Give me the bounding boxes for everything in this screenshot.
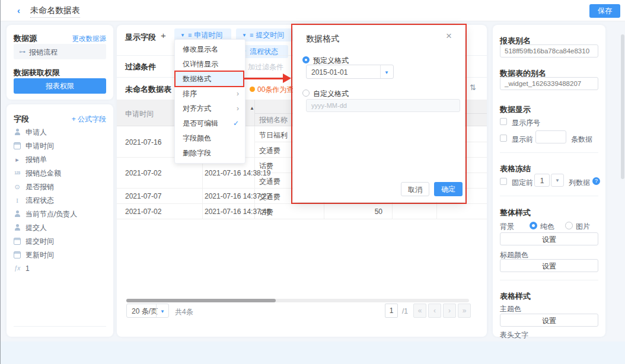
cell-expense-name[interactable]: 交通费: [259, 192, 280, 202]
datasource-item[interactable]: ⊶ 报销流程: [14, 44, 106, 59]
save-button[interactable]: 保存: [589, 4, 620, 18]
field-item[interactable]: ƒx 1: [7, 262, 113, 276]
caret-right-icon[interactable]: ▸: [14, 156, 21, 163]
cell-expense-name[interactable]: 话费: [259, 207, 273, 218]
field-item[interactable]: 123 报销总金额: [7, 167, 113, 180]
top-bar: ‹ 未命名数据表 保存: [1, 0, 625, 21]
field-label: 报销单: [25, 153, 47, 167]
add-formula-field-link[interactable]: + 公式字段: [72, 114, 106, 124]
custom-format-radio[interactable]: [302, 90, 310, 97]
cell-apply-date[interactable]: 2021-07-16: [125, 138, 161, 146]
field-label: 更新时间: [25, 248, 54, 262]
fields-panel: 字段 + 公式字段 申请人 申请时间 ▸ 报销单 123 报销总金额 ⊙ 是否报…: [7, 104, 113, 337]
datasource-name: 报销流程: [29, 48, 58, 56]
page-size-select[interactable]: 20 条/页 ▼: [126, 304, 169, 318]
row-limit-input[interactable]: [535, 130, 566, 143]
confirm-button[interactable]: 确定: [434, 182, 463, 196]
chevron-down-icon[interactable]: ▼: [242, 33, 247, 38]
change-datasource-link[interactable]: 更改数据源: [72, 34, 107, 43]
bg-color-set-button[interactable]: 设置: [500, 232, 598, 245]
menu-item-align[interactable]: 对齐方式›: [175, 101, 245, 116]
field-item[interactable]: 更新时间: [7, 248, 113, 262]
chevron-down-icon[interactable]: ▼: [160, 309, 165, 314]
menu-item-delete-field[interactable]: 删除字段: [175, 146, 245, 161]
display-fields-label: 显示字段: [125, 32, 156, 43]
format-select[interactable]: 2015-01-01 ▼: [306, 65, 394, 79]
menu-item-editable[interactable]: 是否可编辑✓: [175, 116, 245, 131]
field-item[interactable]: 当前节点/负责人: [7, 207, 113, 221]
predefined-format-radio[interactable]: [302, 56, 310, 63]
horizontal-scrollbar-thumb[interactable]: [126, 299, 276, 302]
field-item[interactable]: 提交时间: [7, 235, 113, 248]
field-item[interactable]: 申请时间: [7, 139, 113, 153]
menu-item-label: 排序: [183, 90, 197, 98]
tag-label: 提交时间: [256, 31, 284, 39]
title-color-set-button[interactable]: 设置: [500, 259, 598, 272]
report-alias-input[interactable]: 518ff59fb16ba78ca84e8310: [500, 44, 598, 58]
field-label: 申请时间: [25, 139, 54, 153]
chevron-down-icon[interactable]: ▼: [384, 70, 389, 75]
close-icon[interactable]: ×: [446, 30, 452, 42]
freeze-checkbox[interactable]: [500, 178, 507, 185]
field-item[interactable]: ▸ 报销单: [7, 153, 113, 167]
add-filter-hint[interactable]: 加过滤条件: [248, 62, 283, 72]
chevron-down-icon[interactable]: ▼: [551, 174, 564, 187]
tag-label: 流程状态: [250, 47, 278, 56]
menu-item-sort[interactable]: 排序›: [175, 87, 245, 101]
cell-expense-amount[interactable]: 50: [324, 207, 387, 216]
freeze-count-select[interactable]: 1: [534, 174, 550, 187]
field-item[interactable]: I 流程状态: [7, 194, 113, 207]
page-title[interactable]: 未命名数据表: [30, 5, 80, 18]
cell-apply-date[interactable]: 2021-07-07: [125, 192, 161, 200]
field-item[interactable]: ⊙ 是否报销: [7, 180, 113, 194]
theme-color-set-button[interactable]: 设置: [500, 314, 598, 327]
solid-color-radio[interactable]: [530, 222, 537, 229]
show-index-checkbox[interactable]: [500, 118, 507, 125]
column-header-apply-time[interactable]: 申请时间: [125, 109, 154, 119]
permission-title: 数据获取权限: [14, 68, 60, 78]
field-item[interactable]: 提交人: [7, 221, 113, 235]
horizontal-scrollbar[interactable]: [126, 299, 469, 302]
back-icon[interactable]: ‹: [17, 5, 20, 15]
column-header-expense-name[interactable]: 报销名称: [259, 115, 288, 125]
prev-page-button[interactable]: ‹: [428, 304, 441, 318]
image-bg-label[interactable]: 图片: [576, 222, 590, 232]
vertical-scrollbar[interactable]: [621, 34, 624, 179]
cell-expense-name[interactable]: 交通费: [259, 177, 280, 187]
table-alias-input[interactable]: _widget_1626339488207: [500, 77, 598, 90]
chevron-down-icon[interactable]: ▼: [180, 33, 185, 38]
first-page-button[interactable]: «: [413, 304, 426, 318]
current-page-input[interactable]: 1: [385, 304, 398, 318]
menu-item-data-format[interactable]: 数据格式: [175, 72, 245, 87]
theme-color-label: 主题色: [500, 304, 521, 314]
report-settings-panel: 报表别名 518ff59fb16ba78ca84e8310 数据表的别名 _wi…: [493, 25, 605, 337]
total-count-label: 共4条: [175, 307, 193, 317]
cell-expense-name[interactable]: 交通费: [259, 146, 280, 156]
solid-color-label[interactable]: 纯色: [540, 222, 554, 232]
cell-expense-name[interactable]: 话费: [259, 161, 273, 171]
sort-order-icon[interactable]: ⇅: [470, 83, 476, 92]
custom-format-input[interactable]: yyyy-MM-dd: [306, 99, 460, 112]
show-first-checkbox[interactable]: [500, 135, 507, 142]
cell-expense-name[interactable]: 节日福利: [259, 130, 288, 141]
cancel-button[interactable]: 取消: [401, 182, 429, 196]
menu-item-rename[interactable]: 修改显示名: [175, 42, 245, 57]
bars-icon: ≡: [188, 31, 192, 39]
last-page-button[interactable]: »: [458, 304, 471, 318]
help-icon[interactable]: ?: [592, 177, 600, 185]
next-page-button[interactable]: ›: [443, 304, 456, 318]
field-label: 申请人: [25, 126, 47, 139]
number-icon: 123: [14, 170, 21, 177]
field-item[interactable]: 申请人: [7, 126, 113, 139]
cell-apply-date[interactable]: 2021-07-02: [125, 169, 161, 177]
sort-ascending-icon[interactable]: ▲: [250, 106, 254, 111]
cell-apply-date[interactable]: 2021-07-02: [125, 207, 161, 216]
add-field-icon[interactable]: +: [161, 30, 166, 40]
menu-item-field-color[interactable]: 字段颜色: [175, 131, 245, 146]
custom-format-label[interactable]: 自定义格式: [313, 89, 349, 99]
field-label: 报销总金额: [25, 167, 61, 180]
tag-label: 申请时间: [194, 31, 222, 39]
report-permission-button[interactable]: 报表权限: [14, 78, 106, 94]
image-bg-radio[interactable]: [565, 222, 573, 229]
menu-item-detail-only[interactable]: 仅详情显示: [175, 57, 245, 72]
